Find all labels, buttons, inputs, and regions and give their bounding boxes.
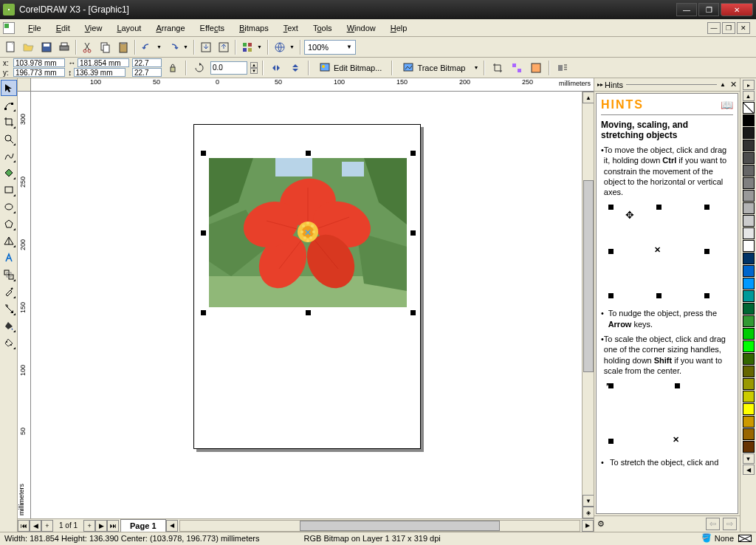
page-prev[interactable]: ◀ <box>30 520 41 532</box>
mirror-v-button[interactable] <box>287 60 303 76</box>
edit-bitmap-button[interactable]: Edit Bitmap... <box>314 60 387 76</box>
export-button[interactable] <box>216 39 232 55</box>
fill-tool[interactable] <box>1 318 17 334</box>
menu-text[interactable]: Text <box>276 22 306 34</box>
hints-back[interactable]: ⇦ <box>706 518 720 530</box>
palette-down[interactable]: ▼ <box>743 453 755 464</box>
undo-button[interactable] <box>139 39 155 55</box>
canvas-viewport[interactable]: ✕ ▲ ▼ ◈ <box>31 92 594 518</box>
open-button[interactable] <box>21 39 37 55</box>
polygon-tool[interactable] <box>1 216 17 232</box>
menu-help[interactable]: Help <box>383 22 415 34</box>
online-dropdown[interactable]: ▼ <box>289 44 297 49</box>
swatch[interactable] <box>743 278 755 289</box>
swatch[interactable] <box>743 114 755 126</box>
swatch[interactable] <box>743 202 755 214</box>
palette-up[interactable]: ▲ <box>743 91 755 101</box>
page-first[interactable]: ⏮ <box>18 520 30 532</box>
ruler-vertical[interactable]: 300 250 200 150 100 50 millimeters <box>18 92 31 518</box>
menu-arrange[interactable]: Arrange <box>148 22 192 34</box>
wrap-text-button[interactable] <box>554 60 571 76</box>
selection-handle-tr[interactable] <box>410 151 416 156</box>
zoom-combo[interactable]: 100%▼ <box>304 40 356 55</box>
fill-indicator[interactable]: None <box>715 534 734 543</box>
paste-button[interactable] <box>115 39 131 55</box>
fill-swatch[interactable] <box>738 535 752 542</box>
swatch[interactable] <box>743 315 755 327</box>
interactive-fill-tool[interactable] <box>1 335 17 351</box>
page-last[interactable]: ⏭ <box>107 520 119 532</box>
menu-effects[interactable]: Effects <box>193 22 232 34</box>
bitmap-color-mask-button[interactable] <box>528 60 544 76</box>
scroll-left[interactable]: ◀ <box>166 520 178 532</box>
menu-window[interactable]: Window <box>340 22 383 34</box>
rot-up[interactable]: ▲ <box>250 62 258 68</box>
smart-fill-tool[interactable] <box>1 165 17 181</box>
swatch[interactable] <box>743 240 755 252</box>
swatch[interactable] <box>743 441 755 453</box>
swatch[interactable] <box>743 416 755 428</box>
app-launcher-button[interactable] <box>239 39 255 55</box>
pick-tool[interactable] <box>1 80 17 96</box>
print-button[interactable] <box>56 39 72 55</box>
scrollbar-v[interactable]: ▲ ▼ ◈ <box>582 92 594 518</box>
height-input[interactable] <box>74 68 126 77</box>
scroll-thumb-h[interactable] <box>300 521 500 531</box>
selection-handle-tm[interactable] <box>306 151 311 156</box>
eyedropper-tool[interactable] <box>1 284 17 300</box>
swatch[interactable] <box>743 227 755 239</box>
swatch[interactable] <box>743 190 755 202</box>
mdi-close[interactable]: ✕ <box>737 22 750 34</box>
swatch[interactable] <box>743 378 755 390</box>
mdi-minimize[interactable]: — <box>707 22 721 34</box>
interactive-blend-tool[interactable] <box>1 267 17 283</box>
selection-handle-ml[interactable] <box>201 230 206 236</box>
swatch[interactable] <box>743 140 755 151</box>
rotation-input[interactable] <box>210 61 247 75</box>
hints-settings-icon[interactable]: ⚙ <box>597 519 605 529</box>
corel-online-button[interactable] <box>272 39 288 55</box>
scroll-down[interactable]: ▼ <box>583 495 594 507</box>
swatch-none[interactable] <box>743 102 755 114</box>
scroll-right[interactable]: ▶ <box>582 520 594 532</box>
scroll-thumb-v[interactable] <box>583 180 594 372</box>
swatch[interactable] <box>743 253 755 264</box>
swatch[interactable] <box>743 303 755 315</box>
resample-button[interactable] <box>509 60 525 76</box>
redo-button[interactable] <box>165 39 182 55</box>
shape-tool[interactable] <box>1 97 17 113</box>
swatch[interactable] <box>743 403 755 415</box>
menu-tools[interactable]: Tools <box>306 22 340 34</box>
selection-center[interactable]: ✕ <box>304 227 312 238</box>
docker-expand-icon[interactable]: ▸▸ <box>597 81 603 88</box>
crop-tool[interactable] <box>1 114 17 130</box>
outline-tool[interactable] <box>1 301 17 317</box>
hints-forward[interactable]: ⇨ <box>723 518 737 530</box>
docker-collapse[interactable]: ▲ <box>720 81 726 88</box>
swatch[interactable] <box>743 165 755 176</box>
trace-bitmap-button[interactable]: Trace Bitmap <box>397 60 470 76</box>
swatch[interactable] <box>743 127 755 139</box>
text-tool[interactable] <box>1 250 17 266</box>
swatch[interactable] <box>743 428 755 440</box>
new-button[interactable] <box>3 39 19 55</box>
hints-content[interactable]: HINTS 📖 Moving, scaling, and stretching … <box>596 93 738 514</box>
selection-handle-br[interactable] <box>410 310 416 315</box>
close-button[interactable]: ✕ <box>721 3 753 16</box>
page-tab-1[interactable]: Page 1 <box>120 519 165 532</box>
copy-button[interactable] <box>97 39 114 55</box>
page-next[interactable]: ▶ <box>95 520 107 532</box>
undo-dropdown[interactable]: ▼ <box>157 44 164 49</box>
rectangle-tool[interactable] <box>1 182 17 198</box>
trace-dropdown[interactable]: ▼ <box>473 65 479 70</box>
palette-expand[interactable]: ◀ <box>743 465 755 475</box>
page-add-after[interactable]: + <box>83 520 95 532</box>
palette-menu[interactable]: ▸ <box>743 80 755 90</box>
ruler-origin[interactable] <box>18 78 31 92</box>
scroll-up[interactable]: ▲ <box>583 92 594 103</box>
mdi-restore[interactable]: ❐ <box>722 22 735 34</box>
page-add-before[interactable]: + <box>41 520 53 532</box>
app-dropdown[interactable]: ▼ <box>257 44 264 49</box>
ruler-horizontal[interactable]: 100 50 0 50 100 150 200 250 millimeters <box>18 78 594 92</box>
rot-down[interactable]: ▼ <box>250 68 258 74</box>
